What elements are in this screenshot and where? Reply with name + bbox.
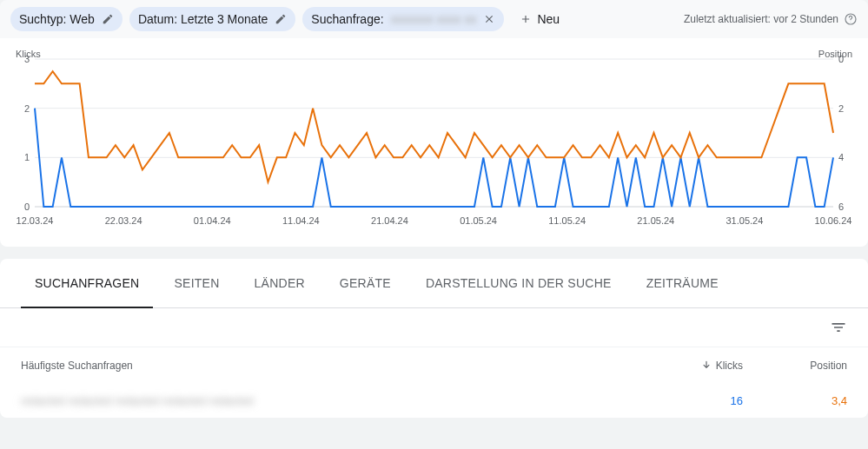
chart-card: Klicks Position 0123024612.03.2422.03.24… [0,38,868,247]
svg-text:21.04.24: 21.04.24 [371,215,408,226]
col-header-position[interactable]: Position [743,360,847,372]
chip-search-type[interactable]: Suchtyp: Web [10,7,123,31]
chip-label: Suchtyp: Web [19,12,95,26]
last-updated: Zuletzt aktualisiert: vor 2 Stunden [684,12,858,26]
help-icon[interactable] [844,12,858,26]
pencil-icon [275,13,287,25]
svg-text:31.05.24: 31.05.24 [726,215,763,226]
svg-text:12.03.24: 12.03.24 [17,215,54,226]
tab-länder[interactable]: LÄNDER [241,259,319,307]
col-header-klicks[interactable]: Klicks [639,360,743,372]
svg-text:2: 2 [838,103,844,114]
svg-text:01.04.24: 01.04.24 [194,215,231,226]
svg-text:4: 4 [838,152,844,162]
table-card: SUCHANFRAGENSEITENLÄNDERGERÄTEDARSTELLUN… [0,259,868,418]
tab-darstellung-in-der-suche[interactable]: DARSTELLUNG IN DER SUCHE [412,259,626,307]
col-header-query[interactable]: Häufigste Suchanfragen [21,360,639,372]
svg-text:6: 6 [838,201,844,212]
svg-text:01.05.24: 01.05.24 [460,215,497,226]
svg-text:21.05.24: 21.05.24 [637,215,674,226]
filter-row [0,308,868,347]
chip-query[interactable]: Suchanfrage: xxxxxxx xxxx xx [302,7,504,31]
tab-seiten[interactable]: SEITEN [160,259,233,307]
tab-suchanfragen[interactable]: SUCHANFRAGEN [21,259,153,307]
tab-zeiträume[interactable]: ZEITRÄUME [633,259,732,307]
filter-icon[interactable] [830,319,847,336]
chip-query-value: xxxxxxx xxxx xx [391,12,477,26]
cell-query: redacted redacted redacted redacted reda… [21,394,639,407]
svg-text:1: 1 [24,152,30,162]
tab-geräte[interactable]: GERÄTE [326,259,405,307]
table-row[interactable]: redacted redacted redacted redacted reda… [0,384,868,418]
last-updated-text: Zuletzt aktualisiert: vor 2 Stunden [684,13,838,25]
add-new-button[interactable]: Neu [511,7,568,31]
filter-bar: Suchtyp: Web Datum: Letzte 3 Monate Such… [0,0,868,38]
tabs: SUCHANFRAGENSEITENLÄNDERGERÄTEDARSTELLUN… [0,259,868,308]
close-icon[interactable] [483,13,495,25]
pencil-icon [102,13,114,25]
table-header: Häufigste Suchanfragen Klicks Position [0,347,868,384]
plus-icon [520,13,532,25]
svg-text:0: 0 [24,201,30,212]
svg-text:10.06.24: 10.06.24 [815,215,852,226]
add-new-label: Neu [537,12,560,26]
right-axis-label: Position [818,49,852,59]
chip-label: Suchanfrage: [311,12,383,26]
chip-date[interactable]: Datum: Letzte 3 Monate [129,7,295,31]
cell-position: 3,4 [743,394,847,407]
svg-text:2: 2 [24,103,30,114]
cell-klicks: 16 [639,394,743,407]
chip-label: Datum: Letzte 3 Monate [138,12,268,26]
arrow-down-icon [700,360,712,372]
svg-text:11.05.24: 11.05.24 [548,215,586,226]
svg-text:11.04.24: 11.04.24 [282,215,320,226]
left-axis-label: Klicks [16,49,41,59]
svg-text:22.03.24: 22.03.24 [105,215,142,226]
line-chart: 0123024612.03.2422.03.2401.04.2411.04.24… [16,49,852,231]
svg-point-1 [851,22,851,23]
col-klicks-label: Klicks [716,360,743,372]
